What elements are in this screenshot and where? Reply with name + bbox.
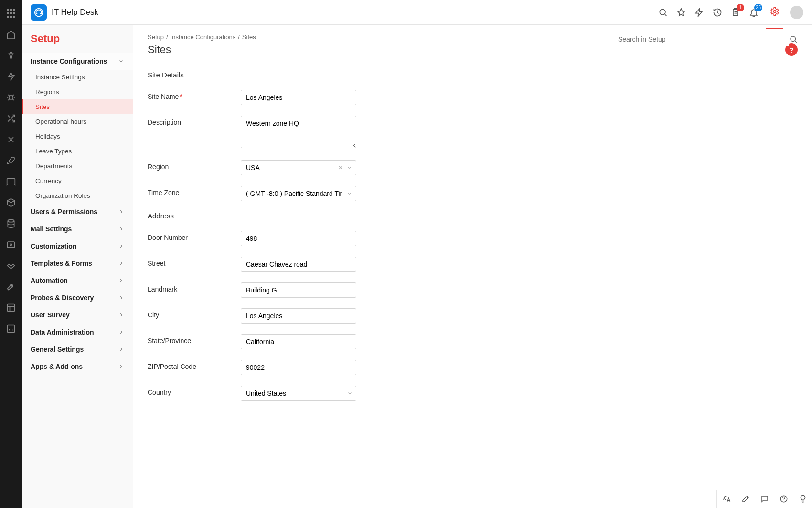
label-door: Door Number	[148, 231, 241, 241]
nav-section-label: Instance Configurations	[31, 57, 107, 65]
nav-section-general-settings[interactable]: General Settings	[22, 341, 133, 358]
handshake-icon[interactable]	[6, 260, 16, 271]
bottom-toolbar	[716, 490, 812, 508]
language-icon[interactable]	[716, 490, 736, 508]
label-state: State/Province	[148, 334, 241, 345]
zip-input[interactable]	[241, 360, 356, 375]
door-input[interactable]	[241, 231, 356, 246]
label-region: Region	[148, 160, 241, 171]
sidebar-item-sites[interactable]: Sites	[22, 99, 133, 114]
apps-icon[interactable]	[6, 8, 16, 19]
chat-icon[interactable]	[755, 490, 774, 508]
clear-icon[interactable]: ✕	[338, 164, 343, 171]
nav-section-label: Mail Settings	[31, 225, 72, 233]
svg-rect-1	[10, 9, 12, 11]
sidebar-item-regions[interactable]: Regions	[22, 85, 133, 99]
search-icon[interactable]	[657, 7, 669, 18]
landmark-input[interactable]	[241, 282, 356, 298]
section-site-details: Site Details	[148, 71, 798, 79]
nav-section-label: Customization	[31, 242, 76, 250]
nav-section-templates-forms[interactable]: Templates & Forms	[22, 255, 133, 272]
tools-icon[interactable]	[6, 134, 16, 145]
sidebar-item-organization-roles[interactable]: Organization Roles	[22, 188, 133, 203]
clipboard-icon[interactable]: 1	[730, 7, 741, 18]
rocket-icon[interactable]	[6, 155, 16, 166]
nav-section-customization[interactable]: Customization	[22, 238, 133, 255]
diamond-icon[interactable]	[6, 50, 16, 61]
help-icon[interactable]	[774, 490, 793, 508]
sidebar-item-instance-settings[interactable]: Instance Settings	[22, 70, 133, 85]
svg-rect-12	[8, 304, 15, 312]
nav-section-users-permissions[interactable]: Users & Permissions	[22, 203, 133, 220]
search-icon	[789, 35, 798, 43]
breadcrumb-setup[interactable]: Setup	[148, 33, 164, 41]
nav-section-label: Templates & Forms	[31, 259, 92, 267]
svg-point-9	[9, 96, 13, 99]
content-area: Setup / Instance Configurations / Sites …	[133, 25, 812, 508]
nav-section-instance-configurations[interactable]: Instance Configurations	[22, 53, 133, 70]
label-description: Description	[148, 116, 241, 126]
country-select[interactable]	[241, 386, 356, 401]
chevron-right-icon	[118, 364, 124, 369]
history-icon[interactable]	[712, 7, 723, 18]
chevron-right-icon	[118, 329, 124, 335]
setup-search-input[interactable]	[616, 32, 789, 46]
sidebar-item-operational-hours[interactable]: Operational hours	[22, 114, 133, 129]
bolt-icon[interactable]	[694, 7, 705, 18]
nav-section-label: Probes & Discovery	[31, 294, 94, 302]
nav-section-probes-discovery[interactable]: Probes & Discovery	[22, 289, 133, 306]
bell-icon[interactable]: 25	[748, 7, 759, 18]
sidebar-item-currency[interactable]: Currency	[22, 173, 133, 188]
bulb-icon[interactable]	[793, 490, 812, 508]
label-landmark: Landmark	[148, 282, 241, 293]
nav-section-label: Automation	[31, 277, 68, 284]
setup-search[interactable]	[616, 32, 798, 46]
svg-point-10	[8, 220, 14, 222]
shuffle-icon[interactable]	[6, 113, 16, 124]
sidebar-title: Setup	[22, 25, 133, 53]
app-logo-icon	[31, 4, 47, 21]
home-icon[interactable]	[6, 29, 16, 40]
nav-section-label: User Survey	[31, 311, 70, 319]
app-title: IT Help Desk	[52, 8, 98, 17]
clipboard-badge: 1	[737, 4, 744, 11]
layout-icon[interactable]	[6, 303, 16, 313]
wrench-icon[interactable]	[6, 281, 16, 292]
nav-section-mail-settings[interactable]: Mail Settings	[22, 220, 133, 238]
chevron-right-icon	[118, 312, 124, 318]
street-input[interactable]	[241, 257, 356, 272]
setup-sidebar: Setup Instance Configurations Instance S…	[22, 25, 133, 508]
edit-icon[interactable]	[736, 490, 755, 508]
dollar-icon[interactable]	[6, 239, 16, 250]
cube-icon[interactable]	[6, 197, 16, 208]
nav-section-data-administration[interactable]: Data Administration	[22, 324, 133, 341]
sidebar-item-leave-types[interactable]: Leave Types	[22, 144, 133, 159]
chart-icon[interactable]	[6, 324, 16, 334]
pin-icon[interactable]	[6, 71, 16, 82]
nav-section-apps-addons[interactable]: Apps & Add-ons	[22, 358, 133, 375]
sidebar-item-departments[interactable]: Departments	[22, 159, 133, 173]
label-site-name: Site Name*	[148, 90, 241, 100]
region-select[interactable]: ✕	[241, 160, 356, 175]
svg-rect-0	[7, 9, 9, 11]
book-icon[interactable]	[6, 176, 16, 187]
database-icon[interactable]	[6, 218, 16, 229]
chevron-right-icon	[118, 243, 124, 249]
breadcrumb-instance-configurations[interactable]: Instance Configurations	[171, 33, 236, 41]
pin-top-icon[interactable]	[675, 7, 687, 18]
svg-point-15	[660, 9, 665, 15]
svg-rect-2	[13, 9, 15, 11]
nav-section-user-survey[interactable]: User Survey	[22, 306, 133, 324]
nav-section-automation[interactable]: Automation	[22, 272, 133, 289]
site-name-input[interactable]	[241, 90, 356, 105]
sidebar-item-holidays[interactable]: Holidays	[22, 129, 133, 144]
left-rail	[0, 0, 22, 508]
svg-rect-7	[10, 16, 12, 18]
state-input[interactable]	[241, 334, 356, 349]
avatar[interactable]	[790, 6, 803, 19]
city-input[interactable]	[241, 308, 356, 324]
svg-rect-3	[7, 12, 9, 14]
bug-icon[interactable]	[6, 92, 16, 103]
timezone-select[interactable]	[241, 186, 356, 201]
description-input[interactable]	[241, 116, 356, 148]
